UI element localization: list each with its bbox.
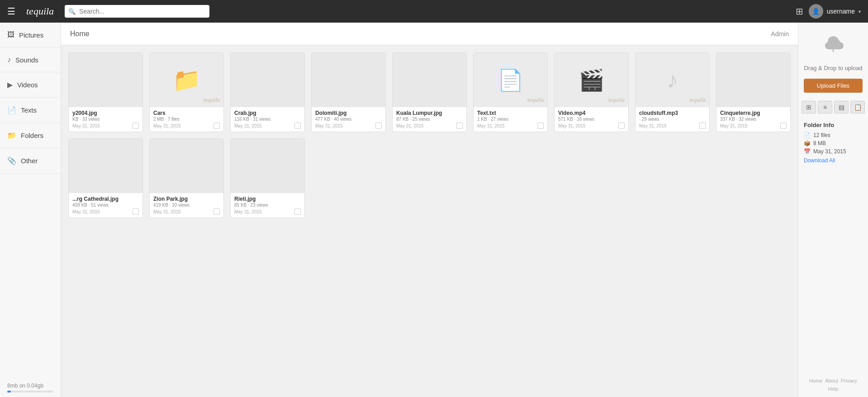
file-checkbox[interactable] bbox=[133, 208, 139, 215]
footer-help-link[interactable]: Help bbox=[828, 386, 839, 392]
file-card[interactable]: Rieti.jpg 85 KB · 23 views May 31, 2015 bbox=[230, 138, 305, 218]
watermark: tequila bbox=[608, 96, 625, 104]
file-thumb: 📁 tequila bbox=[150, 53, 223, 107]
file-meta: 2 MB · 7 files bbox=[153, 117, 220, 122]
file-checkbox[interactable] bbox=[213, 208, 220, 215]
videos-icon: ▶ bbox=[7, 80, 13, 89]
file-card[interactable]: Dolomiti.jpg 477 KB · 40 views May 31, 2… bbox=[311, 52, 386, 132]
file-card[interactable]: Cinqueterre.jpg 337 KB · 32 views May 31… bbox=[716, 52, 791, 132]
file-checkbox[interactable] bbox=[456, 123, 463, 129]
file-meta: · 29 views bbox=[639, 117, 706, 122]
footer-about-link[interactable]: About bbox=[825, 378, 838, 383]
file-checkbox[interactable] bbox=[618, 123, 625, 129]
view-icon-info[interactable]: 📋 bbox=[850, 101, 865, 113]
upload-cloud-icon bbox=[820, 32, 847, 60]
grid-icon[interactable]: ⊞ bbox=[796, 6, 803, 17]
sidebar-item-other[interactable]: 📎 Other bbox=[0, 148, 61, 174]
file-name: Dolomiti.jpg bbox=[315, 110, 382, 116]
sidebar-label-other: Other bbox=[21, 157, 38, 165]
file-info: cloudstuff.mp3 · 29 views May 31, 2015 bbox=[636, 107, 709, 132]
footer-privacy-link[interactable]: Privacy bbox=[841, 378, 857, 383]
file-name: Cars bbox=[153, 110, 220, 116]
main-layout: 🖼 Pictures ♪ Sounds ▶ Videos 📄 Texts 📁 F… bbox=[0, 23, 868, 397]
file-thumb bbox=[312, 53, 385, 107]
file-thumb bbox=[231, 139, 304, 193]
file-card[interactable]: y2004.jpg KB · 33 views May 31, 2015 bbox=[68, 52, 143, 132]
file-thumb bbox=[231, 53, 304, 107]
file-card[interactable]: ...rg Cathedral.jpg 409 KB · 51 views Ma… bbox=[68, 138, 143, 218]
file-info: Crab.jpg 116 KB · 31 views May 31, 2015 bbox=[231, 107, 304, 132]
breadcrumb-home[interactable]: Home bbox=[70, 30, 90, 38]
file-thumb: ♪ tequila bbox=[636, 53, 709, 107]
sidebar-item-pictures[interactable]: 🖼 Pictures bbox=[0, 23, 61, 47]
folder-info-size-value: 8 MB bbox=[813, 140, 826, 147]
sidebar: 🖼 Pictures ♪ Sounds ▶ Videos 📄 Texts 📁 F… bbox=[0, 23, 61, 397]
file-checkbox[interactable] bbox=[294, 123, 301, 129]
watermark: tequila bbox=[689, 96, 706, 104]
file-date: May 31, 2015 bbox=[153, 208, 220, 215]
sidebar-item-texts[interactable]: 📄 Texts bbox=[0, 98, 61, 123]
logo: tequila bbox=[26, 5, 54, 17]
file-card[interactable]: Crab.jpg 116 KB · 31 views May 31, 2015 bbox=[230, 52, 305, 132]
file-meta: 571 KB · 16 views bbox=[558, 117, 625, 122]
sidebar-item-folders[interactable]: 📁 Folders bbox=[0, 123, 61, 148]
view-icon-list[interactable]: ≡ bbox=[818, 101, 832, 113]
caret-icon: ▾ bbox=[859, 9, 861, 14]
file-name: Video.mp4 bbox=[558, 110, 625, 116]
file-info: y2004.jpg KB · 33 views May 31, 2015 bbox=[69, 107, 142, 132]
file-date: May 31, 2015 bbox=[315, 123, 382, 129]
file-checkbox[interactable] bbox=[294, 208, 301, 215]
view-icons: ⊞ ≡ ▤ 📋 bbox=[802, 101, 865, 113]
sidebar-label-folders: Folders bbox=[21, 132, 43, 139]
folder-info-size-icon: 📦 bbox=[804, 140, 811, 147]
upload-files-button[interactable]: Upload Files bbox=[804, 79, 863, 93]
folder-info-files-count: 12 files bbox=[813, 132, 830, 138]
sidebar-item-videos[interactable]: ▶ Videos bbox=[0, 72, 61, 98]
footer-home-link[interactable]: Home bbox=[809, 378, 822, 383]
download-all-link[interactable]: Download All bbox=[804, 157, 863, 164]
file-thumb: 🎬 tequila bbox=[555, 53, 628, 107]
folder-info-title: Folder Info bbox=[804, 122, 863, 128]
folder-info-size-row: 📦 8 MB bbox=[804, 140, 863, 147]
right-panel-footer: Home About Privacy Help bbox=[804, 378, 863, 392]
folder-info-files-icon: 📄 bbox=[804, 132, 811, 138]
view-icon-grid[interactable]: ⊞ bbox=[802, 101, 816, 113]
search-wrap: 🔍 bbox=[65, 5, 209, 18]
file-card[interactable]: Zion Park.jpg 419 KB · 20 views May 31, … bbox=[149, 138, 224, 218]
file-info: Text.txt 1 KB · 27 views May 31, 2015 bbox=[474, 107, 547, 132]
folder-info-section: Folder Info 📄 12 files 📦 8 MB 📅 May 31, … bbox=[804, 122, 863, 164]
file-card[interactable]: Kuala Lumpur.jpg 87 KB · 25 views May 31… bbox=[392, 52, 467, 132]
sidebar-item-sounds[interactable]: ♪ Sounds bbox=[0, 47, 61, 72]
file-card[interactable]: 🎬 tequila Video.mp4 571 KB · 16 views Ma… bbox=[554, 52, 629, 132]
file-name: Text.txt bbox=[477, 110, 544, 116]
file-card[interactable]: ♪ tequila cloudstuff.mp3 · 29 views May … bbox=[635, 52, 710, 132]
file-meta: 477 KB · 40 views bbox=[315, 117, 382, 122]
file-checkbox[interactable] bbox=[375, 123, 382, 129]
file-name: Kuala Lumpur.jpg bbox=[396, 110, 463, 116]
other-icon: 📎 bbox=[7, 156, 16, 165]
hamburger-icon[interactable]: ☰ bbox=[7, 6, 15, 17]
file-meta: 85 KB · 23 views bbox=[234, 203, 301, 208]
file-name: Rieti.jpg bbox=[234, 196, 301, 202]
user-area[interactable]: 👤 username ▾ bbox=[809, 4, 861, 19]
file-date: May 31, 2015 bbox=[558, 123, 625, 129]
video-icon: 🎬 bbox=[579, 68, 604, 92]
file-checkbox[interactable] bbox=[133, 123, 139, 129]
right-panel: Drag & Drop to upload Upload Files ⊞ ≡ ▤… bbox=[798, 23, 868, 397]
storage-progress-fill bbox=[7, 391, 11, 392]
file-name: ...rg Cathedral.jpg bbox=[72, 196, 139, 202]
doc-icon: 📄 bbox=[498, 68, 523, 92]
storage-label: 8mb on 0.04gb bbox=[7, 383, 43, 389]
file-card[interactable]: 📁 tequila Cars 2 MB · 7 files May 31, 20… bbox=[149, 52, 224, 132]
file-card[interactable]: 📄 tequila Text.txt 1 KB · 27 views May 3… bbox=[473, 52, 548, 132]
file-thumb bbox=[69, 139, 142, 193]
folder-info-date-row: 📅 May 31, 2015 bbox=[804, 148, 863, 155]
view-icon-detail[interactable]: ▤ bbox=[834, 101, 849, 113]
file-thumb: 📄 tequila bbox=[474, 53, 547, 107]
file-checkbox[interactable] bbox=[537, 123, 544, 129]
search-input[interactable] bbox=[65, 5, 209, 18]
file-checkbox[interactable] bbox=[213, 123, 220, 129]
file-info: Rieti.jpg 85 KB · 23 views May 31, 2015 bbox=[231, 193, 304, 217]
file-checkbox[interactable] bbox=[699, 123, 706, 129]
file-checkbox[interactable] bbox=[780, 123, 787, 129]
